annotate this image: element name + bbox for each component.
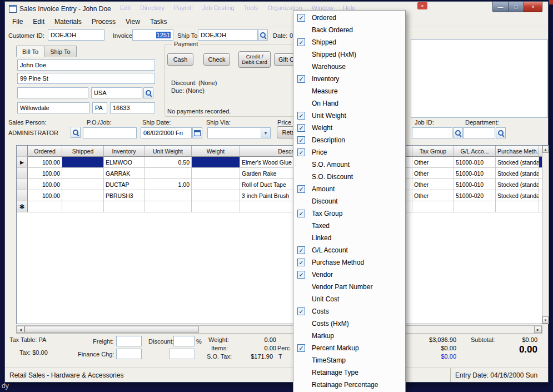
column-menu-item-s-o-amount[interactable]: S.O. Amount [293, 158, 405, 171]
row-selector[interactable]: ▶ [17, 157, 28, 168]
menu-edit[interactable]: Edit [28, 16, 49, 27]
column-menu-item-discount[interactable]: Discount [293, 195, 405, 207]
grid-cell[interactable]: GARRAK [104, 168, 145, 179]
department-lookup-button[interactable] [496, 127, 506, 138]
scroll-down-icon[interactable]: ▼ [542, 316, 549, 324]
menu-tasks[interactable]: Tasks [145, 16, 172, 27]
column-menu-item-timestamp[interactable]: TimeStamp [293, 354, 405, 366]
scroll-up-icon[interactable]: ▲ [542, 146, 549, 153]
ship-date-input[interactable]: 06/02/2000 Fri [141, 127, 192, 138]
row-selector[interactable] [17, 168, 28, 179]
country-lookup-button[interactable] [143, 87, 153, 98]
grid-cell[interactable]: ELMWOO [104, 157, 145, 168]
menu-view[interactable]: View [121, 16, 145, 27]
scrollbar-thumb[interactable] [24, 326, 199, 333]
maximize-button[interactable]: □ [508, 2, 524, 12]
grid-cell[interactable]: 51000-020 [454, 190, 496, 201]
column-menu-item-inventory[interactable]: ✓Inventory [293, 73, 405, 85]
bill-to-line3-input[interactable] [17, 87, 88, 98]
grid-cell[interactable] [62, 157, 104, 168]
column-menu-item-on-hand[interactable]: On Hand [293, 97, 405, 110]
grid-cell[interactable]: Other [412, 157, 454, 168]
grid-cell[interactable]: Other [412, 190, 454, 201]
grid-cell[interactable] [145, 168, 192, 179]
payment-button-check[interactable]: Check [203, 53, 230, 66]
grid-cell[interactable] [192, 201, 240, 212]
customer-id-field[interactable]: DOEJOH [48, 29, 104, 41]
zip-input[interactable]: 16633 [110, 102, 155, 113]
ship-to-lookup-button[interactable] [258, 29, 268, 41]
grid-header-purchase-meth[interactable]: Purchase Meth... [496, 146, 539, 157]
payment-button-cash[interactable]: Cash [167, 53, 193, 66]
menu-file[interactable]: File [7, 16, 28, 27]
column-menu-item-back-ordered[interactable]: Back Ordered [293, 24, 405, 36]
payment-button-credit-debit-card[interactable]: Credit / Debit Card [238, 51, 271, 68]
row-selector[interactable] [17, 190, 28, 201]
scroll-right-icon[interactable]: ▶ [534, 326, 542, 333]
row-selector[interactable] [17, 179, 28, 190]
grid-header-unit-weight[interactable]: Unit Weight [145, 146, 192, 157]
grid-cell[interactable]: 100.00 [28, 190, 62, 201]
grid-cell[interactable]: Other [412, 168, 454, 179]
column-menu-item-shipped-hxm[interactable]: Shipped (HxM) [293, 48, 405, 61]
column-menu-item-unit-weight[interactable]: ✓Unit Weight [293, 110, 405, 122]
grid-cell[interactable] [192, 168, 240, 179]
column-menu-item-costs-hxm[interactable]: Costs (HxM) [293, 317, 405, 330]
close-button[interactable]: × [524, 2, 542, 12]
ship-via-dropdown[interactable]: ▼ [207, 127, 271, 138]
column-menu-item-s-o-discount[interactable]: S.O. Discount [293, 171, 405, 183]
state-input[interactable]: PA [92, 102, 107, 113]
grid-cell[interactable] [192, 179, 240, 190]
ship-date-calendar-button[interactable] [192, 127, 202, 138]
tab-ship-to[interactable]: Ship To [44, 46, 77, 57]
column-menu-item-purchase-method[interactable]: ✓Purchase Method [293, 256, 405, 269]
grid-header-weight[interactable]: Weight [192, 146, 240, 157]
grid-cell[interactable]: Other [412, 179, 454, 190]
grid-cell[interactable] [62, 179, 104, 190]
grid-cell[interactable] [62, 168, 104, 179]
grid-cell[interactable]: 100.00 [28, 179, 62, 190]
invoice-input[interactable]: 1251 [132, 29, 173, 41]
grid-cell[interactable]: 0.50 [145, 157, 192, 168]
grid-cell[interactable] [62, 201, 104, 212]
country-input[interactable]: USA [91, 87, 142, 98]
bill-to-name-input[interactable]: John Doe [17, 59, 155, 71]
grid-cell[interactable]: 51000-010 [454, 168, 496, 179]
discount-input[interactable] [173, 336, 195, 346]
column-menu-item-g-l-account[interactable]: ✓G/L Account [293, 244, 405, 256]
column-menu-item-retainage-type[interactable]: Retainage Type [293, 366, 405, 379]
secondary-input[interactable] [169, 349, 195, 359]
grid-cell[interactable]: 100.00 [28, 157, 62, 168]
grid-vertical-scrollbar[interactable]: ▲ ▼ [542, 146, 549, 324]
menu-process[interactable]: Process [87, 16, 121, 27]
titlebar[interactable]: Sales Invoice Entry - John Doe EditDirec… [5, 2, 548, 16]
grid-cell[interactable]: Stocked (standard) [496, 190, 539, 201]
notes-field[interactable] [411, 39, 548, 118]
grid-cell[interactable] [496, 201, 539, 212]
department-input[interactable] [463, 127, 495, 138]
sales-person-lookup-button[interactable] [71, 127, 81, 138]
grid-cell[interactable]: Stocked (standard) [496, 168, 539, 179]
grid-cell[interactable] [454, 201, 496, 212]
grid-cell[interactable]: 1.00 [145, 179, 192, 190]
tab-bill-to[interactable]: Bill To [16, 46, 44, 57]
freight-input[interactable] [116, 336, 142, 346]
column-menu-item-price[interactable]: ✓Price [293, 146, 405, 158]
po-job-input[interactable] [83, 127, 137, 138]
column-menu-item-measure[interactable]: Measure [293, 85, 405, 97]
grid-cell[interactable]: 51000-010 [454, 179, 496, 190]
grid-cell[interactable]: PBRUSH3 [104, 190, 145, 201]
column-menu-item-vendor-part-number[interactable]: Vendor Part Number [293, 281, 405, 293]
menu-materials[interactable]: Materials [49, 16, 87, 27]
grid-header-shipped[interactable]: Shipped [62, 146, 104, 157]
scroll-left-icon[interactable]: ◀ [17, 326, 24, 333]
grid-header-inventory[interactable]: Inventory [104, 146, 145, 157]
column-menu-item-markup[interactable]: Markup [293, 330, 405, 342]
job-id-input[interactable] [412, 127, 452, 138]
column-menu-item-linked[interactable]: Linked [293, 232, 405, 244]
bill-to-street-input[interactable]: 99 Pine St [17, 73, 155, 84]
grid-cell[interactable] [145, 201, 192, 212]
grid-cell[interactable]: Stocked (standard) [496, 157, 539, 168]
grid-cell[interactable] [412, 201, 454, 212]
column-menu-item-taxed[interactable]: Taxed [293, 220, 405, 232]
